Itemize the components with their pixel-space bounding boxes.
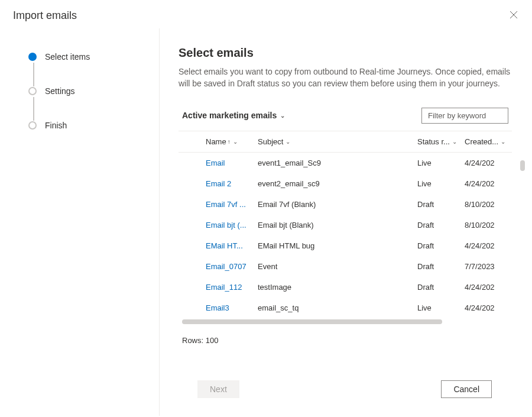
column-label: Name (206, 137, 226, 146)
close-button[interactable] (507, 8, 520, 22)
table-row[interactable]: Email_0707EventDraft7/7/2023 (179, 256, 512, 277)
email-status: Draft (417, 283, 465, 292)
chevron-down-icon: ⌄ (280, 112, 285, 119)
email-status: Live (417, 179, 465, 188)
email-created: 4/24/202 (465, 283, 512, 292)
table-row[interactable]: EMail HT...EMail HTML bugDraft4/24/202 (179, 235, 512, 256)
chevron-down-icon: ⌄ (452, 138, 457, 145)
email-subject: Event (258, 262, 417, 271)
column-label: Subject (258, 137, 283, 146)
table-row[interactable]: Email 2event2_email_sc9Live4/24/202 (179, 173, 512, 194)
view-selector[interactable]: Active marketing emails ⌄ (182, 111, 285, 120)
email-status: Draft (417, 200, 465, 209)
email-status: Live (417, 303, 465, 312)
email-created: 7/7/2023 (465, 262, 512, 271)
email-created: 4/24/202 (465, 159, 512, 167)
chevron-down-icon: ⌄ (501, 138, 505, 145)
grid-rows-count: Rows: 100 (179, 332, 512, 345)
email-name-link[interactable]: Email bjt (... (206, 221, 246, 229)
table-row[interactable]: Email bjt (...Email bjt (Blank)Draft8/10… (179, 215, 512, 235)
cancel-button[interactable]: Cancel (441, 380, 492, 398)
email-name-link[interactable]: Email3 (206, 303, 229, 312)
email-status: Draft (417, 241, 465, 250)
horizontal-scrollbar[interactable] (182, 319, 442, 324)
step-connector (33, 97, 34, 121)
step-settings[interactable]: Settings (28, 86, 159, 96)
section-title: Select emails (179, 46, 512, 60)
step-label: Select items (45, 52, 90, 62)
step-label: Finish (45, 121, 67, 130)
column-header-subject[interactable]: Subject ⌄ (258, 137, 417, 146)
filter-input[interactable] (421, 108, 508, 124)
email-name-link[interactable]: EMail HT... (206, 241, 243, 250)
table-row[interactable]: Email3email_sc_tqLive4/24/202 (179, 298, 512, 318)
table-row[interactable]: Email 7vf ...Email 7vf (Blank)Draft8/10/… (179, 194, 512, 215)
email-created: 4/24/202 (465, 241, 512, 250)
emails-grid: Name ↑ ⌄ Subject ⌄ Status r... ⌄ Created… (179, 131, 512, 318)
column-header-status[interactable]: Status r... ⌄ (417, 137, 465, 146)
email-subject: email_sc_tq (258, 303, 417, 312)
email-status: Draft (417, 262, 465, 271)
column-label: Created... (465, 137, 498, 146)
email-subject: Email bjt (Blank) (258, 221, 417, 229)
email-created: 4/24/202 (465, 303, 512, 312)
view-selector-label: Active marketing emails (182, 111, 277, 120)
column-header-name[interactable]: Name ↑ ⌄ (206, 137, 258, 146)
sort-ascending-icon: ↑ (228, 138, 231, 145)
email-status: Draft (417, 221, 465, 229)
email-name-link[interactable]: Email 7vf ... (206, 200, 246, 209)
close-icon (510, 11, 518, 21)
step-label: Settings (45, 86, 75, 96)
next-button[interactable]: Next (197, 380, 239, 398)
email-subject: event2_email_sc9 (258, 179, 417, 188)
scrollbar-thumb[interactable] (182, 319, 442, 324)
email-subject: Email 7vf (Blank) (258, 200, 417, 209)
chevron-down-icon: ⌄ (233, 138, 238, 145)
table-row[interactable]: Emailevent1_email_Sc9Live4/24/202 (179, 153, 512, 173)
email-name-link[interactable]: Email (206, 159, 225, 167)
step-finish[interactable]: Finish (28, 121, 159, 130)
step-indicator-icon (28, 87, 37, 95)
chevron-down-icon: ⌄ (286, 138, 290, 145)
email-subject: event1_email_Sc9 (258, 159, 417, 167)
column-header-created[interactable]: Created... ⌄ (465, 137, 512, 146)
email-created: 8/10/202 (465, 200, 512, 209)
email-subject: EMail HTML bug (258, 241, 417, 250)
vertical-scrollbar[interactable] (520, 160, 525, 171)
dialog-title: Import emails (13, 9, 77, 22)
table-row[interactable]: Email_112testImageDraft4/24/202 (179, 277, 512, 298)
section-description: Select emails you want to copy from outb… (179, 66, 512, 90)
step-connector (33, 63, 34, 86)
stepper: Select items Settings Finish (0, 28, 160, 416)
column-label: Status r... (417, 137, 450, 146)
email-name-link[interactable]: Email_112 (206, 283, 242, 292)
email-name-link[interactable]: Email_0707 (206, 262, 246, 271)
email-created: 8/10/202 (465, 221, 512, 229)
email-created: 4/24/202 (465, 179, 512, 188)
step-indicator-icon (28, 121, 37, 130)
email-name-link[interactable]: Email 2 (206, 179, 231, 188)
step-indicator-icon (28, 53, 37, 61)
step-select-items[interactable]: Select items (28, 52, 159, 62)
email-subject: testImage (258, 283, 417, 292)
email-status: Live (417, 159, 465, 167)
